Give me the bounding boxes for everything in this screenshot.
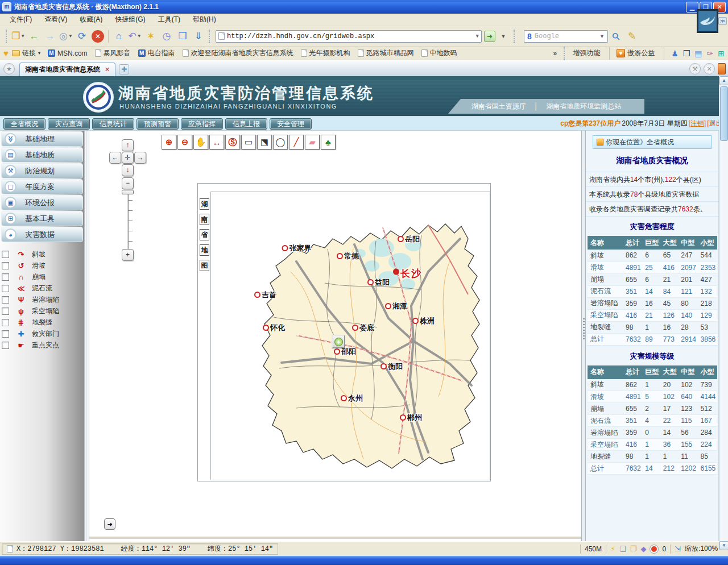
layer-checkbox[interactable] bbox=[2, 262, 9, 269]
nav-tab-7[interactable]: 安全管理 bbox=[270, 118, 312, 130]
magic-wand-button[interactable]: ✶ bbox=[143, 29, 158, 44]
split-window-icon[interactable]: ❒ bbox=[683, 49, 690, 58]
nav-tab-5[interactable]: 应急指挥 bbox=[181, 118, 223, 130]
address-bar[interactable]: http://dzzh.hndh.gov.cn/gridweb.aspx ▼ bbox=[216, 30, 482, 43]
address-url[interactable]: http://dzzh.hndh.gov.cn/gridweb.aspx bbox=[227, 32, 374, 40]
plugin-grid-icon[interactable]: ⊞ bbox=[718, 49, 725, 58]
content-filter-icon[interactable]: ◆ bbox=[640, 545, 646, 553]
scroll-down-arrow[interactable]: ▼ bbox=[719, 541, 728, 550]
boost-icon[interactable]: ⚡ bbox=[610, 545, 615, 553]
sidebar-splitter[interactable] bbox=[84, 131, 89, 541]
new-page-button-caret[interactable]: ▼ bbox=[20, 34, 25, 39]
scale-tool[interactable]: Ⓢ bbox=[225, 135, 240, 149]
zoom-in-tool[interactable]: ⊕ bbox=[162, 135, 176, 149]
pan-tool[interactable]: ✋ bbox=[193, 135, 208, 149]
go-dropdown-icon[interactable]: ▼ bbox=[496, 29, 511, 44]
download-button[interactable]: ⇓ bbox=[191, 29, 206, 44]
layer-checkbox[interactable] bbox=[2, 308, 9, 315]
ad-blocker-icon[interactable] bbox=[650, 545, 658, 553]
layer-checkbox[interactable] bbox=[2, 251, 9, 258]
highlight-button[interactable]: ✎ bbox=[624, 29, 639, 44]
draw-line-tool[interactable]: ╱ bbox=[289, 135, 304, 149]
sidebar-section-灾害数据[interactable]: ◕灾害数据 bbox=[1, 227, 83, 242]
menu-item[interactable]: 查看(V) bbox=[39, 14, 72, 26]
new-page-button[interactable]: ❐▼ bbox=[11, 29, 26, 44]
nav-tab-2[interactable]: 灾点查询 bbox=[48, 118, 90, 130]
banner-link-dept[interactable]: 湖南省国土资源厅 bbox=[464, 102, 534, 111]
new-tab-button[interactable]: ✚ bbox=[119, 64, 129, 74]
zoom-control[interactable]: 缩放:100% ▼ bbox=[685, 544, 724, 554]
select-rect-tool[interactable]: ▭ bbox=[241, 135, 256, 149]
menu-item[interactable]: 快捷组(G) bbox=[110, 14, 150, 26]
menu-item[interactable]: 工具(T) bbox=[153, 14, 185, 26]
pan-left-button[interactable]: ← bbox=[109, 152, 121, 164]
scrollbar-thumb[interactable] bbox=[720, 86, 728, 141]
links-overflow-icon[interactable]: » bbox=[553, 49, 557, 57]
select-polygon-tool[interactable]: ⬔ bbox=[257, 135, 272, 149]
favorites-star-button[interactable]: ★ bbox=[3, 63, 15, 74]
links-bar-item[interactable]: M电台指南 bbox=[138, 48, 175, 58]
eraser-tool[interactable]: ▰ bbox=[305, 135, 320, 149]
banner-link-station[interactable]: 湖南省地质环境监测总站 bbox=[538, 102, 629, 111]
notes-icon[interactable]: ▤ bbox=[694, 49, 702, 58]
menu-item[interactable]: 帮助(H) bbox=[188, 14, 221, 26]
undo-button[interactable]: ↶▼ bbox=[127, 29, 142, 44]
links-bar-item[interactable]: 欢迎登陆湖南省地质灾害信息系统 bbox=[183, 48, 293, 58]
sidebar-section-基础地质[interactable]: ▤基础地质 bbox=[1, 147, 83, 163]
sidebar-section-基础地理[interactable]: ≫基础地理 bbox=[1, 131, 83, 147]
tab-scroll-button[interactable] bbox=[718, 63, 726, 74]
nav-tab-6[interactable]: 信息上报 bbox=[225, 118, 267, 130]
pen-tools-icon[interactable]: ✑ bbox=[707, 49, 714, 58]
go-button[interactable]: ➜ bbox=[484, 31, 495, 42]
links-bar-right-item[interactable]: ♥傲游公益 bbox=[617, 48, 655, 58]
link-dropdown-icon[interactable]: ▾ bbox=[38, 51, 40, 56]
history-dropdown-button[interactable]: ◎▼ bbox=[59, 29, 73, 44]
zoom-out-tool[interactable]: ⊖ bbox=[177, 135, 192, 149]
tab-closeall-button[interactable]: ✕ bbox=[704, 63, 715, 74]
new-window-filter-icon[interactable]: ❐ bbox=[630, 545, 637, 553]
panel-expand-button[interactable]: ➜ bbox=[104, 518, 115, 530]
pan-up-button[interactable]: ↑ bbox=[122, 139, 134, 151]
proportional-resize-icon[interactable]: ⇲ bbox=[675, 545, 681, 553]
search-button[interactable]: ⚲ bbox=[606, 26, 627, 47]
nav-tab-4[interactable]: 预测预警 bbox=[136, 118, 179, 130]
select-circle-tool[interactable]: ◯ bbox=[273, 135, 288, 149]
map-add-point-button[interactable]: ＋ bbox=[332, 335, 345, 348]
pan-center-button[interactable]: ✛ bbox=[122, 152, 134, 164]
links-bar-item[interactable]: MMSN.com bbox=[48, 49, 88, 57]
layer-checkbox[interactable] bbox=[2, 296, 9, 304]
links-bar-right-item[interactable]: 增强功能 bbox=[573, 48, 600, 58]
menu-item[interactable]: 收藏(A) bbox=[75, 14, 107, 26]
page-scrollbar[interactable]: ▲ ▼ bbox=[719, 76, 728, 550]
right-panel-splitter[interactable] bbox=[581, 131, 586, 541]
nav-tab-1[interactable]: 全省概况 bbox=[3, 118, 46, 130]
links-bar-item[interactable]: 中地数码 bbox=[421, 48, 457, 58]
home-button[interactable]: ⌂ bbox=[111, 29, 126, 44]
tab-tools-button[interactable]: ⚒ bbox=[689, 63, 701, 74]
layer-checkbox[interactable] bbox=[2, 273, 9, 281]
session-link[interactable]: [注销] bbox=[689, 119, 706, 128]
tab-active[interactable]: 湖南省地质灾害信息系统 ✕ bbox=[19, 63, 115, 76]
zoom-in-step-button[interactable]: + bbox=[122, 249, 134, 261]
pan-down-button[interactable]: ↓ bbox=[122, 164, 134, 176]
layer-checkbox[interactable] bbox=[2, 285, 9, 292]
sidebar-section-环境公报[interactable]: ▣环境公报 bbox=[1, 195, 83, 210]
search-dropdown-icon[interactable]: ▼ bbox=[599, 34, 605, 39]
stop-button[interactable]: ✕ bbox=[92, 30, 104, 43]
address-dropdown-icon[interactable]: ▼ bbox=[476, 34, 479, 39]
history-dropdown-button-caret[interactable]: ▼ bbox=[68, 34, 73, 39]
undo-button-caret[interactable]: ▼ bbox=[137, 34, 142, 39]
user-icon[interactable]: ♟ bbox=[671, 49, 679, 58]
links-bar-item[interactable]: 光年摄影机构 bbox=[301, 48, 350, 58]
window-layout-button[interactable]: ❒ bbox=[175, 29, 190, 44]
map-canvas[interactable]: 张家界常德岳阳益阳长沙吉首湘潭株洲怀化娄底邵阳衡阳永州郴州 ＋ bbox=[210, 192, 490, 480]
refresh-button[interactable]: ⟳ bbox=[75, 29, 89, 44]
pan-right-button[interactable]: → bbox=[134, 152, 146, 164]
links-bar-item[interactable]: 觅路城市精品网 bbox=[358, 48, 414, 58]
nav-tab-3[interactable]: 信息统计 bbox=[92, 118, 134, 130]
full-extent-tool[interactable]: ♣ bbox=[321, 135, 336, 149]
popup-blocker-icon[interactable]: ❏ bbox=[619, 545, 626, 553]
menu-item[interactable]: 文件(F) bbox=[5, 14, 37, 26]
scroll-up-arrow[interactable]: ▲ bbox=[719, 76, 728, 85]
back-button[interactable]: ← bbox=[27, 29, 42, 44]
